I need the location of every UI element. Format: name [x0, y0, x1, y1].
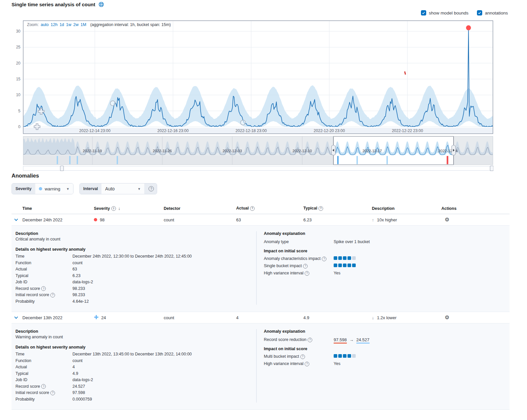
typical-cell: 4.9 — [303, 315, 372, 320]
reduction-from: 97.598 — [334, 337, 347, 344]
swimlane-anomaly-warning[interactable] — [356, 156, 358, 164]
interval-help-button[interactable]: ? — [144, 183, 157, 194]
swimlane-anomaly-warning-strong[interactable] — [337, 156, 339, 164]
zoom-option-1M[interactable]: 1M — [81, 22, 86, 27]
svg-text:2022-12-22 23:00: 2022-12-22 23:00 — [392, 128, 423, 133]
swimlane-anomaly-critical[interactable] — [447, 156, 448, 164]
impact-bar — [334, 353, 357, 360]
impact-square — [352, 256, 356, 260]
detail-field-value: December 24th 2022, 12:30:00 to December… — [72, 253, 192, 260]
svg-text:2022-12-20 23:00: 2022-12-20 23:00 — [314, 128, 345, 133]
detail-field-label: Actual — [15, 266, 72, 273]
chevron-down-icon: ▼ — [66, 187, 69, 191]
detail-field-row: Job IDdata-logs-2 — [15, 279, 256, 286]
detail-field-row: Actual4 — [15, 364, 256, 371]
impact-square — [334, 256, 337, 260]
time-range-track[interactable] — [23, 166, 493, 171]
severity-filter-select[interactable]: warning ▼ — [35, 183, 73, 194]
svg-text:10: 10 — [16, 93, 21, 97]
swimlane-anomaly-warning[interactable] — [117, 156, 118, 164]
detail-field-value: 24.527 — [72, 383, 85, 390]
column-header-typical: Typical? — [303, 206, 372, 211]
detail-field-label-text: Probability — [15, 396, 35, 403]
detail-field-label: Function — [15, 260, 72, 266]
collapse-row-button[interactable] — [12, 216, 20, 224]
detail-field-row: Typical6.23 — [15, 273, 256, 279]
zoom-option-2w[interactable]: 2w — [73, 22, 79, 27]
checkbox-label: show model bounds — [429, 11, 468, 15]
interval-filter-select[interactable]: Auto ▼ — [101, 183, 144, 194]
description-cell: ↑10x higher — [372, 217, 441, 222]
anomalies-section: Anomalies Severity warning ▼ Interval Au… — [12, 173, 510, 410]
detail-field-value: 4.64e-12 — [72, 298, 89, 305]
swimlane-anomaly-warning[interactable] — [57, 156, 58, 164]
explanation-row: Record score reduction?97.598→24.527 — [264, 336, 506, 343]
warning-dot-icon — [39, 187, 42, 190]
zoom-option-auto[interactable]: auto — [41, 22, 48, 27]
gear-icon[interactable]: ⚙ — [445, 315, 449, 320]
detail-field-label-text: Function — [15, 358, 31, 364]
explanation-row: Anomaly characteristics impact? — [264, 255, 506, 262]
details-title: Details on highest severity anomaly — [15, 247, 256, 252]
track-handle-right[interactable] — [490, 166, 493, 171]
description-value: Warning anomaly in count — [15, 335, 256, 339]
zoom-option-1w[interactable]: 1w — [66, 22, 71, 27]
detail-field-label-text: Probability — [15, 298, 35, 305]
sort-desc-icon: ↓ — [118, 206, 121, 211]
svg-text:20: 20 — [16, 61, 21, 66]
info-icon: ? — [305, 271, 309, 276]
explanation-label-text: Single bucket impact — [264, 263, 302, 269]
detail-field-label-text: Time — [15, 253, 24, 260]
critical-anomaly-dot[interactable] — [466, 25, 471, 30]
explanation-label-text: Anomaly characteristics impact — [264, 255, 320, 262]
severity-cell: ✚24 — [94, 315, 164, 320]
explanation-row: High variance interval?Yes — [264, 270, 506, 277]
anomaly-circle[interactable] — [110, 101, 115, 106]
zoom-option-1d[interactable]: 1d — [60, 22, 64, 27]
swimlane-anomaly-warning[interactable] — [69, 156, 70, 164]
detail-field-value: count — [72, 260, 83, 266]
anomaly-explanation-column: Anomaly explanationAnomaly typeSpike ove… — [256, 231, 506, 305]
column-header-label: Actual — [236, 206, 249, 210]
actions-cell: ⚙ — [441, 217, 510, 222]
explanation-value: Spike over 1 bucket — [334, 238, 370, 245]
checkbox-annotations[interactable]: annotations — [477, 10, 508, 15]
detail-field-value: data-logs-2 — [72, 377, 93, 383]
detail-field-label-text: Typical — [15, 371, 28, 377]
swimlane-anomaly-warning[interactable] — [77, 156, 78, 164]
single-metric-viewer: Single time series analysis of count sho… — [0, 0, 527, 420]
column-header-label: Description — [372, 206, 395, 211]
column-header-time: Time — [22, 206, 94, 211]
explanation-label: High variance interval? — [264, 270, 334, 277]
annotation-mark[interactable] — [404, 71, 406, 75]
explanation-label-text: High variance interval — [264, 270, 303, 277]
chart-options: show model boundsannotations — [421, 10, 508, 15]
impact-square — [338, 264, 342, 267]
anomaly-table-row: December 24th 202298count636.23↑10x high… — [12, 214, 510, 226]
explanation-label: Anomaly characteristics impact? — [264, 255, 334, 262]
expander-cell — [12, 216, 22, 224]
column-header-label: Actions — [441, 206, 457, 211]
checkbox-show-model-bounds[interactable]: show model bounds — [421, 10, 468, 15]
context-chart-svg[interactable]: 2022-11-192022-11-262022-12-032022-12-10… — [10, 136, 493, 171]
detail-field-label-text: Time — [15, 351, 24, 358]
detail-field-label-text: Record score — [15, 383, 40, 390]
anomaly-circle[interactable] — [240, 120, 245, 125]
detail-field-row: Job IDdata-logs-2 — [15, 377, 256, 383]
description-cell: ↓1.2x lower — [372, 315, 441, 320]
detail-field-label: Probability — [15, 396, 72, 403]
swimlane-anomaly-warning[interactable] — [386, 156, 388, 164]
column-header-severity[interactable]: Severity?↓ — [94, 206, 164, 211]
gear-icon[interactable]: ⚙ — [445, 217, 449, 222]
zoom-option-12h[interactable]: 12h — [51, 22, 58, 27]
impact-square — [347, 354, 351, 358]
collapse-row-button[interactable] — [12, 314, 20, 322]
column-header-label: Severity — [94, 206, 110, 211]
focus-chart-svg[interactable]: 0510152025302022-12-14 23:002022-12-16 2… — [10, 20, 493, 134]
track-handle-left[interactable] — [60, 166, 64, 171]
severity-score: 98 — [100, 217, 104, 222]
detector-cell: count — [164, 217, 236, 222]
detector-cell: count — [164, 315, 236, 320]
help-ring-icon[interactable] — [98, 2, 104, 7]
checkbox-label: annotations — [485, 11, 508, 15]
